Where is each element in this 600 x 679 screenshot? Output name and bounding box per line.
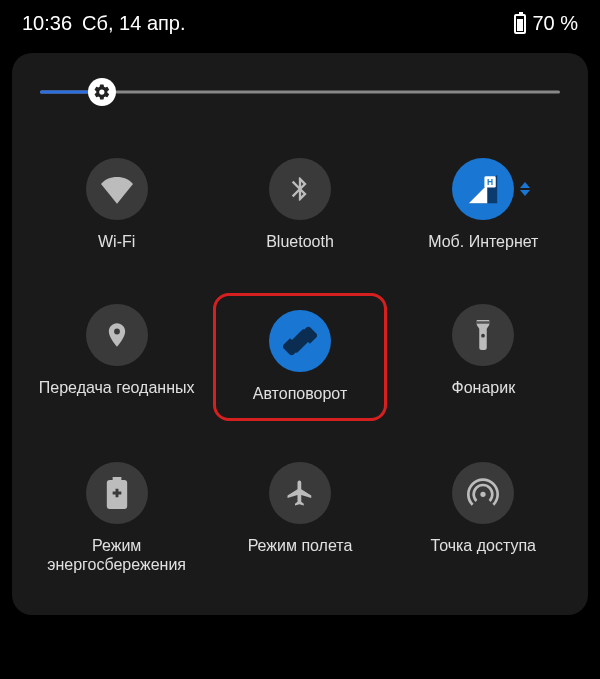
tile-battery-saver[interactable]: Режим энергосбережения <box>30 451 203 585</box>
tile-wifi[interactable]: Wi-Fi <box>30 147 203 263</box>
hotspot-icon <box>452 462 514 524</box>
svg-text:H: H <box>487 177 493 187</box>
battery-percent: 70 % <box>532 12 578 35</box>
tile-label: Передача геоданных <box>39 378 195 398</box>
brightness-thumb[interactable] <box>88 78 116 106</box>
tile-label: Моб. Интернет <box>428 232 538 252</box>
tile-airplane[interactable]: Режим полета <box>213 451 386 585</box>
tile-hotspot[interactable]: Точка доступа <box>397 451 570 585</box>
status-date: Сб, 14 апр. <box>82 12 185 35</box>
tile-label: Автоповорот <box>253 384 347 404</box>
tile-label: Точка доступа <box>431 536 536 556</box>
mobile-data-icon: H <box>452 158 514 220</box>
location-icon <box>86 304 148 366</box>
tiles-grid: Wi-Fi Bluetooth H Моб. Интернет <box>30 147 570 585</box>
tile-auto-rotate[interactable]: Автоповорот <box>213 293 386 421</box>
bluetooth-icon <box>269 158 331 220</box>
airplane-icon <box>269 462 331 524</box>
tile-label: Режим энергосбережения <box>37 536 196 574</box>
brightness-slider[interactable] <box>40 77 560 107</box>
gear-icon <box>93 83 111 101</box>
tile-label: Bluetooth <box>266 232 334 252</box>
battery-icon <box>514 14 526 34</box>
battery-saver-icon <box>86 462 148 524</box>
tile-location[interactable]: Передача геоданных <box>30 293 203 421</box>
tile-mobile-data[interactable]: H Моб. Интернет <box>397 147 570 263</box>
tile-flashlight[interactable]: Фонарик <box>397 293 570 421</box>
tile-label: Wi-Fi <box>98 232 135 252</box>
brightness-track <box>40 91 560 94</box>
tile-bluetooth[interactable]: Bluetooth <box>213 147 386 263</box>
svg-rect-3 <box>477 321 490 324</box>
tile-label: Режим полета <box>248 536 353 556</box>
flashlight-icon <box>452 304 514 366</box>
expand-arrows-icon <box>520 182 530 196</box>
wifi-icon <box>86 158 148 220</box>
status-bar: 10:36 Сб, 14 апр. 70 % <box>0 0 600 43</box>
quick-settings-panel: Wi-Fi Bluetooth H Моб. Интернет <box>12 53 588 615</box>
tile-label: Фонарик <box>452 378 516 398</box>
status-time: 10:36 <box>22 12 72 35</box>
auto-rotate-icon <box>269 310 331 372</box>
